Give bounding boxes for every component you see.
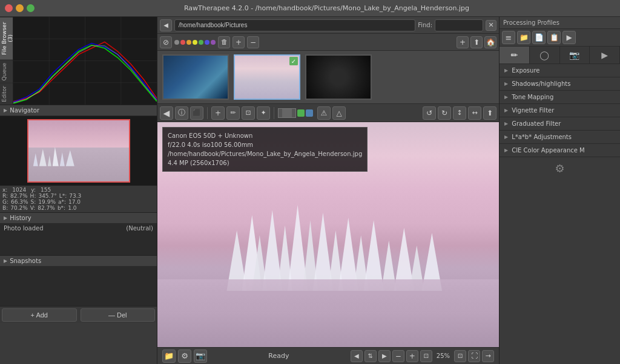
- sync-button[interactable]: ⇅: [364, 350, 377, 362]
- window-controls[interactable]: [5, 4, 35, 12]
- rock-formations-svg: [174, 190, 482, 291]
- add-edit-button[interactable]: +: [211, 106, 225, 120]
- history-section: ▶ History Photo loaded (Neutral): [0, 212, 157, 255]
- bstar-label: b*:: [58, 205, 65, 211]
- warning-button[interactable]: ⚠: [317, 106, 331, 120]
- folder-icon-btn[interactable]: 📁: [162, 349, 176, 363]
- pp-toolbar: ≡ 📁 📄 📋 ▶: [500, 29, 620, 47]
- minimize-button[interactable]: [16, 4, 24, 12]
- rotate-ccw-button[interactable]: ↺: [423, 106, 436, 120]
- nav-up-button[interactable]: 🏠: [484, 36, 496, 48]
- fullscreen-button[interactable]: ⛶: [468, 350, 480, 362]
- flip-h-button[interactable]: ↕: [453, 106, 466, 120]
- transform-button[interactable]: ⊡: [242, 106, 255, 120]
- pp-copy-btn[interactable]: 📄: [532, 31, 546, 44]
- pp-item-exposure[interactable]: ▶ Exposure: [500, 64, 620, 77]
- r-val: 82.7%: [10, 193, 28, 199]
- info-button[interactable]: ⓘ: [175, 106, 188, 120]
- new-folder-button[interactable]: +: [457, 36, 469, 48]
- color-dot-green[interactable]: [199, 40, 203, 45]
- rotate-cw-button[interactable]: ↻: [438, 106, 451, 120]
- color-dot-yellow[interactable]: [193, 40, 197, 45]
- snapshots-header[interactable]: ▶ Snapshots: [0, 256, 157, 267]
- pp-item-graduated[interactable]: ▶ Graduated Filter: [500, 117, 620, 131]
- pp-item-vignette[interactable]: ▶ Vignette Filter: [500, 104, 620, 117]
- crop-zoom-button[interactable]: ⊡: [454, 350, 466, 362]
- filter-button[interactable]: ⊘: [160, 36, 172, 48]
- find-input[interactable]: [435, 19, 483, 31]
- thumbnail-3[interactable]: [305, 54, 372, 100]
- snapshots-list: [0, 267, 157, 306]
- pp-arrow-graduated: ▶: [504, 121, 508, 126]
- b-label: B:: [2, 205, 8, 211]
- pixel-y-val: 155: [41, 187, 51, 193]
- main-image-area[interactable]: Canon EOS 50D + Unknown f/22.0 4.0s iso1…: [157, 122, 499, 347]
- thumbs-zoom-in-button[interactable]: +: [232, 36, 245, 48]
- pan-button[interactable]: →: [482, 350, 494, 362]
- to-queue-button[interactable]: ⬆: [483, 106, 496, 120]
- sidebar-tab-editor[interactable]: Editor: [0, 83, 13, 105]
- add-snapshot-button[interactable]: + Add: [2, 308, 77, 322]
- rp-tab-camera[interactable]: 📷: [560, 47, 590, 63]
- thumbnail-2[interactable]: ✓: [234, 54, 300, 100]
- pp-paste-btn[interactable]: 📋: [547, 31, 561, 44]
- camera-icon-btn[interactable]: 📷: [194, 349, 207, 363]
- delete-thumbs-button[interactable]: 🗑: [218, 36, 230, 48]
- pp-list-btn[interactable]: ≡: [502, 31, 515, 44]
- history-item[interactable]: Photo loaded (Neutral): [0, 224, 157, 233]
- rp-tab-circle[interactable]: ◯: [530, 47, 560, 63]
- image-info-overlay: Canon EOS 50D + Unknown f/22.0 4.0s iso1…: [162, 127, 368, 172]
- zoom-out-button[interactable]: −: [392, 350, 404, 362]
- pp-arrow-cie: ▶: [504, 148, 508, 153]
- color-dot-red[interactable]: [180, 40, 185, 45]
- l-val: 73.3: [69, 193, 81, 199]
- crop-button[interactable]: ⬛: [190, 106, 203, 120]
- rp-tab-pencil[interactable]: ✏: [500, 47, 530, 63]
- next-image-button[interactable]: ▶: [378, 350, 391, 362]
- color-dot-blue[interactable]: [205, 40, 209, 45]
- history-header[interactable]: ▶ History: [0, 213, 157, 224]
- close-find-button[interactable]: ✕: [486, 20, 496, 31]
- pp-arrow-btn[interactable]: ▶: [562, 31, 576, 44]
- del-snapshot-button[interactable]: — Del: [81, 308, 156, 322]
- s-label: S:: [31, 199, 36, 205]
- color-dot-gray[interactable]: [174, 40, 179, 45]
- flip-v-button[interactable]: ↔: [468, 106, 481, 120]
- prev-image-button[interactable]: ◀: [351, 350, 363, 362]
- close-button[interactable]: [5, 4, 13, 12]
- pp-item-lab[interactable]: ▶ L*a*b* Adjustments: [500, 131, 620, 144]
- edit-extra-button[interactable]: ✦: [257, 106, 270, 120]
- zoom-fit-button[interactable]: ⊡: [420, 350, 432, 362]
- pp-item-shadows[interactable]: ▶ Shadows/highlights: [500, 77, 620, 91]
- pp-item-cie[interactable]: ▶ CIE Color Appearance M: [500, 144, 620, 157]
- sidebar-tab-queue[interactable]: Queue: [0, 60, 13, 83]
- pp-folder-btn[interactable]: 📁: [517, 31, 530, 44]
- pp-label-tonemapping: Tone Mapping: [512, 94, 553, 100]
- thumbnail-1[interactable]: [162, 54, 229, 100]
- right-panel-tabs: ✏ ◯ 📷 ▶: [500, 47, 620, 64]
- right-panel: Processing Profiles ≡ 📁 📄 📋 ▶ ✏ ◯ 📷 ▶ ▶ …: [499, 17, 620, 364]
- s-val: 19.9%: [38, 199, 56, 205]
- maximize-button[interactable]: [27, 4, 35, 12]
- color-dot-purple[interactable]: [211, 40, 216, 45]
- upload-button[interactable]: ⬆: [470, 36, 483, 48]
- bstar-val: 1.0: [68, 205, 76, 211]
- g-label: G:: [2, 199, 8, 205]
- pencil-button[interactable]: ✏: [226, 106, 240, 120]
- pp-item-tonemapping[interactable]: ▶ Tone Mapping: [500, 91, 620, 104]
- navigator-header[interactable]: ▶ Navigator: [0, 105, 157, 116]
- thumbnail-img-1: [163, 56, 228, 99]
- nav-prev-btn[interactable]: ◀: [160, 19, 172, 31]
- color-dot-orange[interactable]: [186, 40, 191, 45]
- zoom-in-button[interactable]: +: [406, 350, 418, 362]
- settings-icon-btn[interactable]: ⚙: [178, 349, 191, 363]
- back-button[interactable]: ◀: [160, 106, 173, 120]
- rp-tab-arrow[interactable]: ▶: [590, 47, 620, 63]
- thumbs-zoom-out-button[interactable]: −: [247, 36, 259, 48]
- file-path-input[interactable]: [174, 19, 415, 31]
- navigator-preview: [0, 116, 157, 186]
- warning2-button[interactable]: △: [332, 106, 346, 120]
- water-reflection: [157, 279, 499, 347]
- resolution-info: 4.4 MP (2560x1706): [168, 158, 362, 167]
- sidebar-tab-filebrowser[interactable]: File Browser (3): [0, 17, 13, 60]
